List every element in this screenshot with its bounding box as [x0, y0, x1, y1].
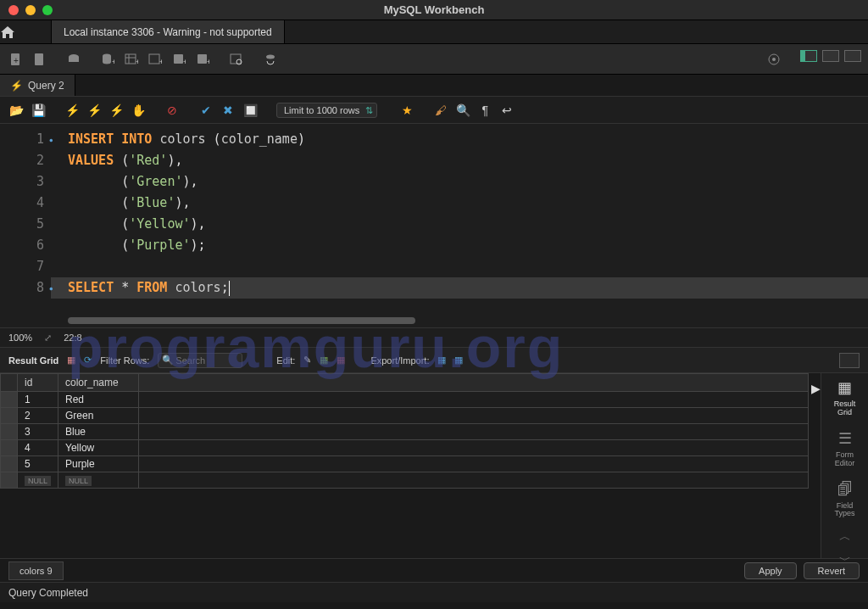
- result-tab[interactable]: colors 9: [8, 562, 64, 580]
- side-result-grid[interactable]: ▦ Result Grid: [833, 378, 857, 417]
- close-window-button[interactable]: [8, 5, 19, 15]
- side-form-editor[interactable]: ☰ Form Editor: [833, 429, 857, 468]
- horizontal-scrollbar[interactable]: [68, 317, 415, 324]
- delete-row-icon[interactable]: ▦: [337, 355, 345, 366]
- table-row[interactable]: 3Blue: [1, 424, 809, 440]
- svg-rect-2: [35, 53, 43, 65]
- svg-rect-19: [231, 54, 241, 64]
- query-tab[interactable]: ⚡ Query 2: [0, 75, 75, 96]
- open-sql-file-icon[interactable]: [31, 50, 49, 69]
- reconnect-icon[interactable]: [261, 50, 280, 69]
- line-number: 1: [0, 129, 44, 150]
- home-icon[interactable]: [0, 25, 51, 39]
- table-row-null[interactable]: NULLNULL: [1, 472, 809, 489]
- row-selector-header: [1, 374, 18, 392]
- grid-icon[interactable]: ▦: [67, 355, 75, 366]
- cursor-position: 22:8: [64, 332, 81, 343]
- svg-rect-4: [69, 57, 79, 62]
- minimize-window-button[interactable]: [25, 5, 36, 15]
- revert-button[interactable]: Revert: [804, 562, 860, 579]
- inspector-icon[interactable]: [64, 50, 83, 69]
- limit-rows-dropdown[interactable]: Limit to 1000 rows: [276, 103, 377, 118]
- edit-row-icon[interactable]: ✎: [303, 355, 311, 366]
- chevron-down-icon[interactable]: ﹀: [839, 556, 851, 566]
- editor-toolbar: 📂 💾 ⚡ ⚡ ⚡ ✋ ⊘ ✔ ✖ 🔲 Limit to 1000 rows ★…: [0, 97, 868, 124]
- settings-gear-icon[interactable]: [765, 50, 783, 69]
- result-grid[interactable]: id color_name 1Red 2Green 3Blue 4Yellow …: [0, 373, 809, 489]
- edit-label: Edit:: [276, 355, 295, 366]
- import-icon[interactable]: ▦: [454, 355, 463, 366]
- result-grid-wrap: id color_name 1Red 2Green 3Blue 4Yellow …: [0, 373, 821, 558]
- text-cursor: [229, 281, 230, 296]
- result-toolbar: Result Grid ▦ ⟳ Filter Rows: 🔍 Edit: ✎ ▦…: [0, 348, 868, 373]
- execute-current-icon[interactable]: ⚡: [86, 103, 102, 118]
- svg-text:+: +: [159, 58, 162, 66]
- result-side-panel: ▶ ▦ Result Grid ☰ Form Editor 🗐 Field Ty…: [821, 373, 868, 558]
- column-header-id[interactable]: id: [18, 374, 58, 392]
- search-icon: 🔍: [162, 355, 174, 366]
- code-area[interactable]: INSERT INTO colors (color_name) VALUES (…: [51, 124, 868, 327]
- result-grid-label: Result Grid: [8, 355, 58, 366]
- zoom-level[interactable]: 100%: [8, 332, 32, 343]
- bolt-icon: ⚡: [10, 80, 23, 92]
- toggle-right-panel[interactable]: [844, 50, 861, 62]
- line-number: 3: [0, 171, 44, 193]
- svg-text:+: +: [136, 58, 138, 66]
- svg-rect-17: [198, 54, 207, 64]
- collapse-arrow-icon[interactable]: ▶: [811, 382, 821, 395]
- chevron-up-icon[interactable]: ︿: [839, 532, 851, 542]
- add-row-icon[interactable]: ▦: [320, 355, 328, 366]
- toggle-bottom-panel[interactable]: [822, 50, 839, 62]
- line-number: 4: [0, 193, 44, 214]
- create-procedure-icon[interactable]: +: [170, 50, 188, 69]
- svg-rect-15: [174, 54, 183, 64]
- autocommit-icon[interactable]: 🔲: [242, 103, 258, 118]
- svg-point-7: [103, 59, 111, 64]
- filter-rows-label: Filter Rows:: [100, 355, 149, 366]
- connection-tab[interactable]: Local instance 3306 - Warning - not supp…: [51, 20, 285, 43]
- create-table-icon[interactable]: +: [122, 50, 141, 69]
- search-table-icon[interactable]: [227, 50, 246, 69]
- form-editor-icon: ☰: [833, 429, 857, 450]
- rollback-icon[interactable]: ✖: [220, 103, 236, 118]
- sql-editor[interactable]: 1 2 3 4 5 6 7 8 INSERT INTO colors (colo…: [0, 124, 868, 327]
- toggle-off-icon[interactable]: ⊘: [164, 103, 180, 118]
- invisible-chars-icon[interactable]: ¶: [477, 103, 492, 118]
- find-icon[interactable]: 🔍: [455, 103, 470, 118]
- table-row[interactable]: 1Red: [1, 392, 809, 408]
- favorite-icon[interactable]: ★: [399, 103, 415, 118]
- grid-view-icon: ▦: [833, 378, 857, 399]
- maximize-window-button[interactable]: [42, 5, 53, 15]
- field-types-icon: 🗐: [833, 480, 857, 500]
- line-number: 6: [0, 235, 44, 256]
- execute-icon[interactable]: ⚡: [64, 103, 80, 118]
- open-file-icon[interactable]: 📂: [8, 103, 24, 118]
- beautify-icon[interactable]: 🖌: [433, 103, 448, 118]
- create-schema-icon[interactable]: +: [98, 50, 117, 69]
- column-header-name[interactable]: color_name: [58, 374, 139, 392]
- side-field-types[interactable]: 🗐 Field Types: [833, 480, 857, 519]
- commit-icon[interactable]: ✔: [198, 103, 214, 118]
- wrap-cells-icon[interactable]: [839, 353, 860, 368]
- stop-icon[interactable]: ✋: [131, 103, 146, 118]
- table-row[interactable]: 2Green: [1, 408, 809, 424]
- toggle-left-panel[interactable]: [800, 50, 817, 62]
- export-icon[interactable]: ▦: [437, 355, 446, 366]
- create-view-icon[interactable]: +: [146, 50, 164, 69]
- result-area: id color_name 1Red 2Green 3Blue 4Yellow …: [0, 373, 868, 558]
- table-row[interactable]: 5Purple: [1, 456, 809, 472]
- expand-icon[interactable]: ⤢: [44, 332, 52, 344]
- wrap-icon[interactable]: ↩: [499, 103, 515, 118]
- query-tabs: ⚡ Query 2: [0, 75, 868, 97]
- refresh-icon[interactable]: ⟳: [84, 355, 92, 366]
- create-function-icon[interactable]: +: [193, 50, 212, 69]
- column-header-empty: [139, 374, 809, 392]
- explain-icon[interactable]: ⚡: [108, 103, 124, 118]
- new-sql-file-icon[interactable]: +: [7, 50, 25, 69]
- svg-point-21: [266, 54, 275, 59]
- save-file-icon[interactable]: 💾: [31, 103, 46, 118]
- apply-button[interactable]: Apply: [744, 562, 797, 579]
- status-bar: Query Completed: [0, 582, 868, 602]
- window-title: MySQL Workbench: [384, 3, 485, 16]
- table-row[interactable]: 4Yellow: [1, 440, 809, 456]
